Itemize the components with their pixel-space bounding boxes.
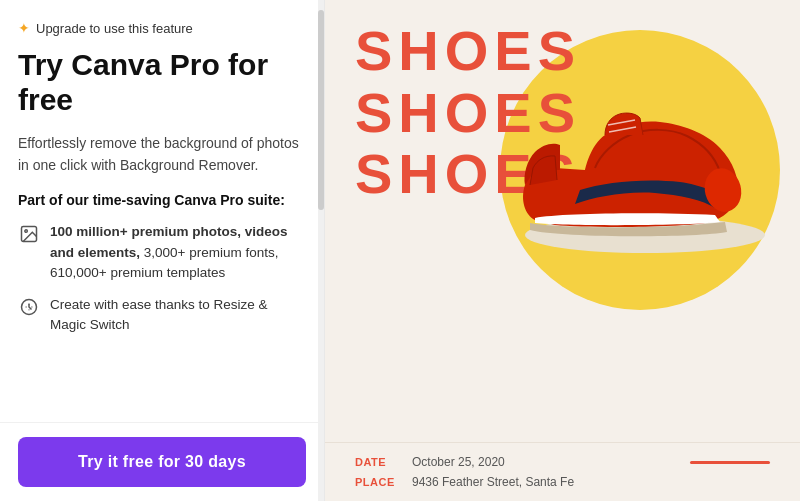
place-row: PLACE 9436 Feather Street, Santa Fe: [355, 475, 770, 489]
resize-icon: [18, 296, 40, 318]
image-icon: [18, 223, 40, 245]
suite-heading: Part of our time-saving Canva Pro suite:: [18, 192, 306, 208]
right-panel: SHOES SHOES SHOES: [325, 0, 800, 501]
left-panel: ✦ Upgrade to use this feature Try Canva …: [0, 0, 325, 501]
date-row: DATE October 25, 2020: [355, 455, 770, 469]
feature-list: 100 million+ premium photos, videos and …: [18, 222, 306, 335]
description-text: Effortlessly remove the background of ph…: [18, 133, 306, 176]
date-label: DATE: [355, 456, 400, 468]
canvas-info-bar: DATE October 25, 2020 PLACE 9436 Feather…: [325, 442, 800, 501]
place-value: 9436 Feather Street, Santa Fe: [412, 475, 574, 489]
cta-footer: Try it free for 30 days: [0, 422, 324, 501]
feature-item-photos: 100 million+ premium photos, videos and …: [18, 222, 306, 283]
feature-text-photos: 100 million+ premium photos, videos and …: [50, 222, 306, 283]
svg-point-1: [25, 230, 27, 233]
upgrade-badge: ✦ Upgrade to use this feature: [18, 20, 306, 36]
date-line-decoration: [690, 461, 770, 464]
feature-item-resize: Create with ease thanks to Resize & Magi…: [18, 295, 306, 336]
main-heading: Try Canva Pro for free: [18, 48, 306, 117]
upgrade-badge-text: Upgrade to use this feature: [36, 21, 193, 36]
scrollbar-track[interactable]: [318, 0, 324, 501]
feature-text-resize: Create with ease thanks to Resize & Magi…: [50, 295, 306, 336]
canvas-area: SHOES SHOES SHOES: [325, 0, 800, 442]
place-label: PLACE: [355, 476, 400, 488]
date-value: October 25, 2020: [412, 455, 505, 469]
panel-content: ✦ Upgrade to use this feature Try Canva …: [0, 0, 324, 422]
star-icon: ✦: [18, 20, 30, 36]
cta-button[interactable]: Try it free for 30 days: [18, 437, 306, 487]
shoe-image: [505, 60, 775, 260]
scrollbar-thumb[interactable]: [318, 10, 324, 210]
